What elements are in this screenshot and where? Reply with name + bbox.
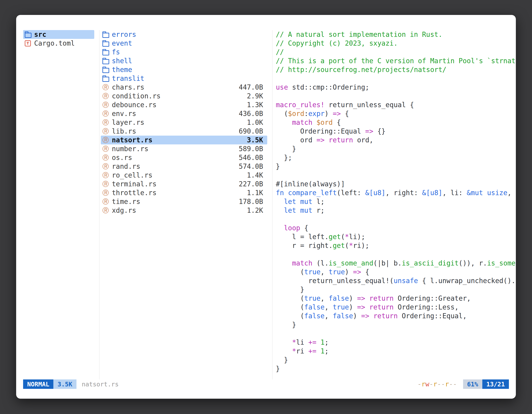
code-line bbox=[276, 250, 516, 259]
status-bar-right: -rw-r--r-- 61% 13/21 bbox=[418, 379, 509, 389]
file-row[interactable]: Ⓡthrottle.rs1.1K bbox=[101, 188, 267, 197]
file-row[interactable]: translit bbox=[101, 74, 267, 83]
file-row[interactable]: Ⓡchars.rs447.0B bbox=[101, 83, 267, 92]
file-row[interactable]: Ⓡrand.rs574.0B bbox=[101, 162, 267, 171]
file-row[interactable]: Ⓡdebounce.rs1.3K bbox=[101, 100, 267, 109]
code-line: loop { bbox=[276, 223, 516, 232]
file-row[interactable]: Ⓡcondition.rs2.9K bbox=[101, 92, 267, 100]
file-row[interactable]: theme bbox=[101, 65, 267, 74]
code-line: return_unless_equal!(unsafe { l.unwrap_u… bbox=[276, 276, 516, 285]
rust-file-icon: Ⓡ bbox=[103, 110, 110, 117]
code-line: // bbox=[276, 48, 516, 57]
file-row[interactable]: Ⓡos.rs546.0B bbox=[101, 153, 267, 162]
file-size: 1.4K bbox=[247, 171, 263, 179]
file-name: translit bbox=[112, 75, 144, 82]
folder-icon bbox=[103, 67, 110, 73]
file-row[interactable]: Ⓡtime.rs178.0B bbox=[101, 197, 267, 206]
file-name: layer.rs bbox=[112, 118, 144, 126]
cursor-position: 13/21 bbox=[482, 379, 509, 389]
folder-icon bbox=[103, 49, 110, 55]
file-row[interactable]: Ⓡterminal.rs227.0B bbox=[101, 180, 267, 188]
code-line: match (l.is_some_and(|b| b.is_ascii_digi… bbox=[276, 259, 516, 268]
code-line: // A natural sort implementation in Rust… bbox=[276, 30, 516, 39]
folder-icon bbox=[103, 58, 110, 64]
code-line: let mut r; bbox=[276, 206, 516, 215]
file-size: 589.0B bbox=[239, 145, 263, 153]
file-name: env.rs bbox=[112, 110, 136, 118]
rust-file-icon: Ⓡ bbox=[103, 146, 110, 152]
rust-file-icon: Ⓡ bbox=[103, 154, 110, 161]
file-row[interactable]: TCargo.toml bbox=[23, 39, 94, 48]
file-row[interactable]: Ⓡro_cell.rs1.4K bbox=[101, 171, 267, 180]
code-line bbox=[276, 171, 516, 180]
file-name: time.rs bbox=[112, 198, 140, 206]
file-size: 2.9K bbox=[247, 92, 263, 100]
file-manager-panes: srcTCargo.toml errorseventfsshellthemetr… bbox=[16, 15, 516, 379]
code-line: l = left.get(*li); bbox=[276, 232, 516, 241]
file-name: debounce.rs bbox=[112, 101, 157, 109]
parent-pane: srcTCargo.toml bbox=[23, 30, 99, 379]
file-name: ro_cell.rs bbox=[112, 171, 152, 179]
code-line: (false, true) => return Ordering::Less, bbox=[276, 303, 516, 311]
file-name: os.rs bbox=[112, 154, 132, 162]
code-line: } bbox=[276, 364, 516, 373]
file-name: Cargo.toml bbox=[34, 39, 75, 47]
file-size: 690.0B bbox=[239, 127, 263, 135]
code-line: }; bbox=[276, 153, 516, 162]
toml-file-icon: T bbox=[25, 40, 32, 47]
file-name: condition.rs bbox=[112, 92, 161, 100]
file-name: fs bbox=[112, 48, 120, 56]
yazi-file-manager-window: srcTCargo.toml errorseventfsshellthemetr… bbox=[16, 15, 516, 399]
scroll-percentage: 61% bbox=[463, 379, 482, 389]
code-line: *ri += 1; bbox=[276, 347, 516, 356]
code-line bbox=[276, 329, 516, 338]
file-size: 436.0B bbox=[239, 110, 263, 118]
rust-file-icon: Ⓡ bbox=[103, 190, 110, 196]
file-row[interactable]: Ⓡlayer.rs1.0K bbox=[101, 118, 267, 127]
code-line: Ordering::Equal => {} bbox=[276, 127, 516, 136]
file-row[interactable]: src bbox=[23, 30, 94, 39]
file-row[interactable]: Ⓡnumber.rs589.0B bbox=[101, 144, 267, 153]
status-bar: NORMAL 3.5K natsort.rs -rw-r--r-- 61% 13… bbox=[23, 379, 509, 389]
rust-file-icon: Ⓡ bbox=[103, 163, 110, 170]
file-name: rand.rs bbox=[112, 163, 140, 170]
folder-icon bbox=[103, 75, 110, 82]
file-row[interactable]: shell bbox=[101, 57, 267, 65]
file-size: 1.1K bbox=[247, 189, 263, 197]
rust-file-icon: Ⓡ bbox=[103, 128, 110, 135]
code-line: } bbox=[276, 320, 516, 329]
rust-file-icon: Ⓡ bbox=[103, 172, 110, 178]
mode-indicator: NORMAL bbox=[23, 379, 53, 389]
file-row[interactable]: Ⓡlib.rs690.0B bbox=[101, 127, 267, 136]
file-preview-pane: // A natural sort implementation in Rust… bbox=[273, 30, 516, 379]
code-line: *li += 1; bbox=[276, 338, 516, 347]
file-name: throttle.rs bbox=[112, 189, 157, 197]
code-line bbox=[276, 74, 516, 83]
folder-icon bbox=[103, 31, 110, 38]
file-name: errors bbox=[112, 30, 136, 39]
code-line: (true, false) => return Ordering::Greate… bbox=[276, 294, 516, 303]
file-row[interactable]: Ⓡnatsort.rs3.5K bbox=[101, 136, 267, 144]
rust-file-icon: Ⓡ bbox=[103, 198, 110, 205]
file-row[interactable]: fs bbox=[101, 48, 267, 57]
code-line: } bbox=[276, 144, 516, 153]
code-line: use std::cmp::Ordering; bbox=[276, 83, 516, 92]
file-permissions: -rw-r--r-- bbox=[418, 380, 457, 388]
file-name: chars.rs bbox=[112, 83, 144, 91]
code-line: // http://sourcefrog.net/projects/natsor… bbox=[276, 65, 516, 74]
file-name: shell bbox=[112, 57, 132, 65]
folder-icon bbox=[25, 31, 32, 38]
code-line: (false, false) => return Ordering::Equal… bbox=[276, 311, 516, 320]
file-row[interactable]: Ⓡenv.rs436.0B bbox=[101, 109, 267, 118]
file-row[interactable]: errors bbox=[101, 30, 267, 39]
file-row[interactable]: event bbox=[101, 39, 267, 48]
code-line: } bbox=[276, 285, 516, 294]
file-size: 3.5K bbox=[247, 136, 263, 144]
file-size-indicator: 3.5K bbox=[53, 379, 76, 389]
code-line: // This is a port of the C version of Ma… bbox=[276, 57, 516, 65]
rust-file-icon: Ⓡ bbox=[103, 84, 110, 90]
file-name: lib.rs bbox=[112, 127, 136, 135]
code-line: r = right.get(*ri); bbox=[276, 241, 516, 250]
file-size: 1.2K bbox=[247, 206, 263, 214]
file-row[interactable]: Ⓡxdg.rs1.2K bbox=[101, 206, 267, 215]
